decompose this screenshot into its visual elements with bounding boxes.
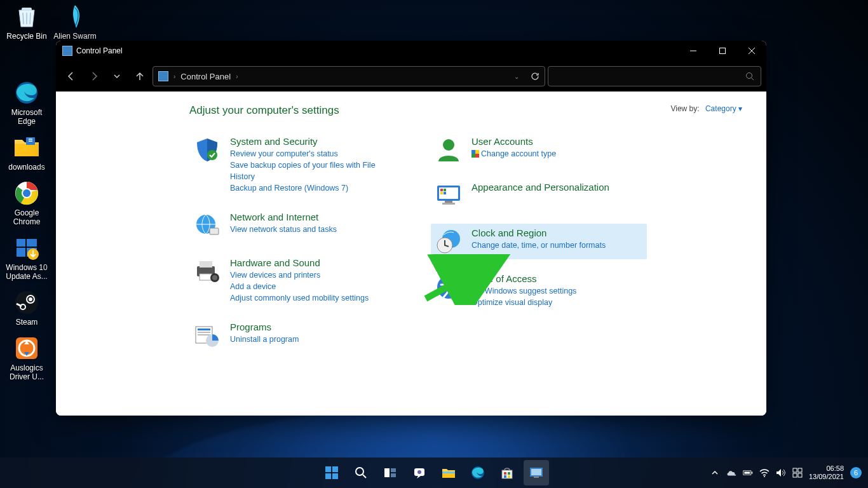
desktop-icon-downloads[interactable]: downloads: [3, 133, 51, 172]
content-area: Adjust your computer's settings View by:…: [56, 92, 766, 416]
svg-rect-9: [17, 248, 25, 257]
minimize-button[interactable]: [679, 41, 708, 61]
category-link[interactable]: View network status and tasks: [230, 224, 337, 235]
taskbar[interactable]: 06:58 13/09/2021 6: [0, 458, 868, 488]
category-link[interactable]: Save backup copies of your files with Fi…: [230, 159, 402, 182]
desktop-icon-edge[interactable]: Microsoft Edge: [3, 79, 51, 126]
language-icon[interactable]: [792, 468, 803, 478]
tray-overflow-icon[interactable]: [710, 468, 720, 478]
svg-rect-67: [508, 472, 510, 475]
category-title[interactable]: System and Security: [230, 136, 402, 147]
svg-point-76: [764, 476, 765, 477]
category-programs[interactable]: Programs Uninstall a program: [189, 318, 405, 353]
svg-rect-80: [798, 473, 802, 477]
category-link[interactable]: Let Windows suggest settings: [471, 285, 576, 297]
svg-rect-65: [502, 470, 512, 478]
store-button[interactable]: [494, 460, 520, 485]
category-title[interactable]: Clock and Region: [471, 227, 606, 238]
breadcrumb[interactable]: Control Panel: [180, 72, 231, 81]
svg-rect-41: [444, 189, 446, 191]
svg-rect-34: [198, 332, 210, 333]
chevron-right-icon: ›: [173, 73, 175, 80]
category-title[interactable]: Appearance and Personalization: [471, 182, 609, 193]
search-icon: [745, 72, 754, 81]
svg-rect-28: [200, 261, 212, 268]
category-system-security[interactable]: System and Security Review your computer…: [189, 132, 405, 198]
category-user-accounts[interactable]: User Accounts Change account type: [431, 132, 647, 168]
category-link[interactable]: Backup and Restore (Windows 7): [230, 182, 402, 194]
category-clock-region[interactable]: Clock and Region Change date, time, or n…: [431, 224, 647, 259]
programs-icon: [193, 322, 221, 349]
svg-point-61: [417, 470, 421, 474]
desktop-icon-alien-swarm[interactable]: Alien Swarm: [51, 3, 99, 41]
address-bar[interactable]: › Control Panel › ⌄: [153, 66, 545, 86]
svg-rect-69: [508, 475, 510, 478]
category-link[interactable]: Review your computer's status: [230, 148, 402, 159]
category-network[interactable]: Network and Internet View network status…: [189, 208, 405, 243]
category-title[interactable]: Ease of Access: [471, 273, 576, 284]
svg-point-22: [747, 73, 752, 79]
recent-dropdown[interactable]: [107, 66, 127, 86]
edge-button[interactable]: [465, 460, 491, 485]
start-button[interactable]: [319, 460, 344, 485]
category-link[interactable]: Add a device: [230, 281, 369, 292]
titlebar[interactable]: Control Panel: [56, 41, 766, 61]
desktop-icon-steam[interactable]: Steam: [3, 288, 51, 327]
desktop-icon-label: Microsoft Edge: [3, 108, 51, 126]
clock[interactable]: 06:58 13/09/2021: [809, 464, 844, 481]
svg-rect-78: [798, 468, 802, 472]
chevron-down-icon[interactable]: ⌄: [514, 73, 519, 80]
search-box[interactable]: [548, 66, 761, 86]
battery-icon[interactable]: [743, 468, 753, 478]
svg-rect-68: [504, 475, 506, 478]
forward-button[interactable]: [84, 66, 104, 86]
task-view-button[interactable]: [377, 460, 403, 485]
category-title[interactable]: Programs: [230, 322, 299, 332]
svg-point-14: [29, 297, 32, 301]
back-button[interactable]: [61, 66, 81, 86]
desktop-icon-auslogics[interactable]: Auslogics Driver U...: [3, 334, 51, 381]
svg-rect-77: [793, 468, 797, 472]
svg-rect-7: [17, 239, 25, 247]
control-panel-taskbar-button[interactable]: [524, 460, 549, 485]
category-title[interactable]: Hardware and Sound: [230, 257, 369, 268]
toolbar: › Control Panel › ⌄: [56, 61, 766, 92]
category-link[interactable]: View devices and printers: [230, 269, 369, 281]
view-by-dropdown[interactable]: Category ▾: [705, 104, 742, 113]
category-link[interactable]: Uninstall a program: [230, 334, 299, 345]
desktop-icon-chrome[interactable]: Google Chrome: [3, 179, 51, 226]
up-button[interactable]: [130, 66, 150, 86]
category-ease-of-access[interactable]: Ease of Access Let Windows suggest setti…: [431, 269, 647, 312]
category-link[interactable]: Optimize visual display: [471, 297, 576, 308]
system-tray[interactable]: 06:58 13/09/2021 6: [710, 458, 868, 488]
recycle-bin-icon: [13, 3, 41, 30]
category-title[interactable]: Network and Internet: [230, 212, 337, 222]
printer-icon: [193, 257, 221, 285]
chevron-right-icon[interactable]: ›: [236, 73, 238, 80]
svg-rect-19: [720, 48, 726, 54]
notification-badge[interactable]: 6: [850, 467, 862, 478]
file-explorer-button[interactable]: [436, 460, 461, 485]
onedrive-icon[interactable]: [726, 468, 736, 478]
svg-point-49: [446, 278, 451, 283]
svg-rect-53: [325, 473, 331, 479]
desktop-icon-recycle-bin[interactable]: Recycle Bin: [3, 3, 51, 41]
svg-point-31: [212, 275, 217, 280]
category-link[interactable]: Adjust commonly used mobility settings: [230, 292, 369, 304]
svg-rect-75: [752, 471, 753, 473]
category-link[interactable]: Change account type: [471, 148, 556, 159]
maximize-button[interactable]: [708, 41, 737, 61]
uac-shield-icon: [471, 150, 479, 158]
refresh-button[interactable]: [531, 72, 539, 81]
category-title[interactable]: User Accounts: [471, 136, 556, 147]
category-link[interactable]: Change date, time, or number formats: [471, 240, 606, 251]
close-button[interactable]: [737, 41, 766, 61]
category-appearance[interactable]: Appearance and Personalization: [431, 178, 647, 214]
wifi-icon[interactable]: [759, 468, 770, 478]
desktop-icon-win10-update[interactable]: Windows 10 Update As...: [3, 234, 51, 281]
svg-point-24: [207, 150, 217, 160]
volume-icon[interactable]: [776, 468, 786, 478]
chat-button[interactable]: [407, 460, 432, 485]
search-button[interactable]: [348, 460, 374, 485]
category-hardware[interactable]: Hardware and Sound View devices and prin…: [189, 254, 405, 308]
